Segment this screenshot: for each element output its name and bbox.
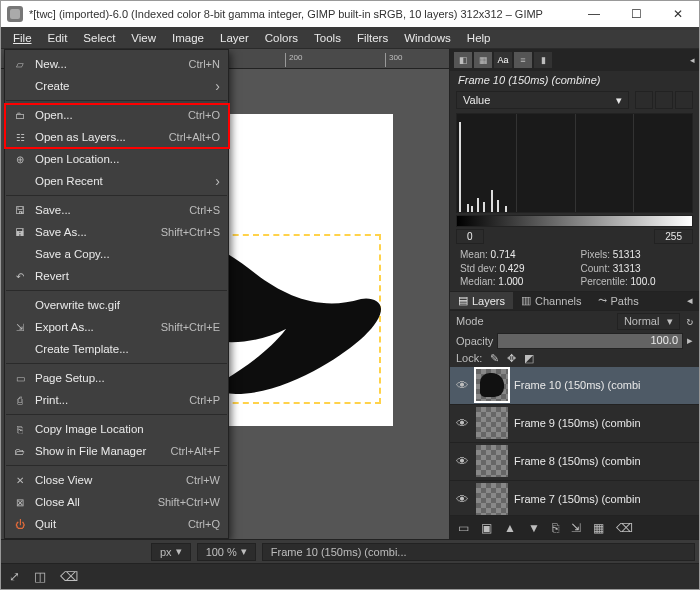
raise-layer-icon[interactable]: ▲ bbox=[504, 521, 516, 535]
main-area: 0100200300 ▱New...Ctrl+NCreate🗀Open...Ct… bbox=[1, 49, 699, 539]
merge-down-icon[interactable]: ⇲ bbox=[571, 521, 581, 535]
unit-select[interactable]: px ▾ bbox=[151, 543, 191, 561]
menu-item-show-in-file-manager[interactable]: 🗁Show in File ManagerCtrl+Alt+F bbox=[5, 440, 228, 462]
menu-image[interactable]: Image bbox=[164, 30, 212, 46]
menu-item-close-view[interactable]: ✕Close ViewCtrl+W bbox=[5, 469, 228, 491]
menu-item-label: Copy Image Location bbox=[35, 423, 220, 435]
canvas-area[interactable]: 0100200300 ▱New...Ctrl+NCreate🗀Open...Ct… bbox=[1, 49, 449, 539]
menu-item-label: Open... bbox=[35, 109, 188, 121]
menu-item-save-as[interactable]: 🖬Save As...Shift+Ctrl+S bbox=[5, 221, 228, 243]
opacity-slider[interactable]: 100.0 bbox=[497, 333, 683, 349]
opacity-stepper[interactable]: ▸ bbox=[687, 334, 693, 347]
menu-item-export-as[interactable]: ⇲Export As...Shift+Ctrl+E bbox=[5, 316, 228, 338]
visibility-icon[interactable]: 👁 bbox=[454, 454, 470, 469]
menu-filters[interactable]: Filters bbox=[349, 30, 396, 46]
layer-row[interactable]: 👁Frame 7 (150ms) (combin bbox=[450, 481, 699, 516]
layer-thumbnail bbox=[476, 407, 508, 439]
menu-tools[interactable]: Tools bbox=[306, 30, 349, 46]
mode-label: Mode bbox=[456, 315, 484, 327]
histogram-log-icon[interactable] bbox=[655, 91, 673, 109]
visibility-icon[interactable]: 👁 bbox=[454, 416, 470, 431]
menu-item-label: Close View bbox=[35, 474, 186, 486]
menu-item-label: Open Recent bbox=[35, 175, 220, 187]
mode-select[interactable]: Normal▾ bbox=[617, 313, 680, 330]
menu-item-print[interactable]: ⎙Print...Ctrl+P bbox=[5, 389, 228, 411]
histogram-range-min[interactable]: 0 bbox=[456, 229, 484, 244]
tab-paths[interactable]: ⤳ Paths bbox=[590, 292, 647, 309]
menu-item-new[interactable]: ▱New...Ctrl+N bbox=[5, 53, 228, 75]
menu-item-create-template[interactable]: Create Template... bbox=[5, 338, 228, 360]
iconify-icon[interactable]: ⤢ bbox=[9, 569, 20, 584]
minimize-button[interactable]: — bbox=[573, 1, 615, 27]
new-icon: ▱ bbox=[11, 56, 29, 72]
menu-item-save[interactable]: 🖫Save...Ctrl+S bbox=[5, 199, 228, 221]
lock-position-icon[interactable]: ✥ bbox=[507, 352, 516, 365]
mode-switch-icon[interactable]: ↻ bbox=[686, 315, 693, 328]
layer-row[interactable]: 👁Frame 9 (150ms) (combin bbox=[450, 405, 699, 443]
menu-item-revert[interactable]: ↶Revert bbox=[5, 265, 228, 287]
delete-display-icon[interactable]: ⌫ bbox=[60, 569, 78, 584]
histogram-tab-icon[interactable]: ▮ bbox=[534, 52, 552, 68]
menu-item-overwrite-twc-gif[interactable]: Overwrite twc.gif bbox=[5, 294, 228, 316]
layer-group-icon[interactable]: ▣ bbox=[481, 521, 492, 535]
histogram-range-max[interactable]: 255 bbox=[654, 229, 693, 244]
lock-pixels-icon[interactable]: ✎ bbox=[490, 352, 499, 365]
new-display-icon[interactable]: ◫ bbox=[34, 569, 46, 584]
gimp-window: *[twc] (imported)-6.0 (Indexed color 8-b… bbox=[0, 0, 700, 590]
new-layer-icon[interactable]: ▭ bbox=[458, 521, 469, 535]
pattern-tab-icon[interactable]: ▦ bbox=[474, 52, 492, 68]
menu-item-accel: Ctrl+W bbox=[186, 474, 220, 486]
tab-channels[interactable]: ▥ Channels bbox=[513, 292, 589, 309]
layers-dock-menu-icon[interactable]: ◂ bbox=[687, 294, 699, 307]
menu-select[interactable]: Select bbox=[75, 30, 123, 46]
window-title: *[twc] (imported)-6.0 (Indexed color 8-b… bbox=[29, 8, 543, 20]
menu-item-open-location[interactable]: ⊕Open Location... bbox=[5, 148, 228, 170]
lock-label: Lock: bbox=[456, 352, 482, 364]
lock-alpha-icon[interactable]: ◩ bbox=[524, 352, 534, 365]
duplicate-layer-icon[interactable]: ⎘ bbox=[552, 521, 559, 535]
menu-edit[interactable]: Edit bbox=[40, 30, 76, 46]
lower-layer-icon[interactable]: ▼ bbox=[528, 521, 540, 535]
opacity-label: Opacity bbox=[456, 335, 493, 347]
zoom-select[interactable]: 100 % ▾ bbox=[197, 543, 256, 561]
dock-menu-icon[interactable]: ◂ bbox=[690, 55, 695, 65]
mask-icon[interactable]: ▦ bbox=[593, 521, 604, 535]
close-window-button[interactable]: ✕ bbox=[657, 1, 699, 27]
menu-help[interactable]: Help bbox=[459, 30, 499, 46]
font-tab-icon[interactable]: Aa bbox=[494, 52, 512, 68]
histogram-stats: Mean: 0.714 Pixels: 51313 Std dev: 0.429… bbox=[450, 246, 699, 291]
menu-item-quit[interactable]: ⏻QuitCtrl+Q bbox=[5, 513, 228, 535]
tab-layers[interactable]: ▤ Layers bbox=[450, 292, 513, 309]
menu-item-label: Save a Copy... bbox=[35, 248, 220, 260]
brush-tab-icon[interactable]: ◧ bbox=[454, 52, 472, 68]
histogram-perceptual-icon[interactable] bbox=[675, 91, 693, 109]
delete-layer-icon[interactable]: ⌫ bbox=[616, 521, 633, 535]
menu-view[interactable]: View bbox=[123, 30, 164, 46]
history-tab-icon[interactable]: ≡ bbox=[514, 52, 532, 68]
menu-item-page-setup[interactable]: ▭Page Setup... bbox=[5, 367, 228, 389]
layer-row[interactable]: 👁Frame 8 (150ms) (combin bbox=[450, 443, 699, 481]
menu-colors[interactable]: Colors bbox=[257, 30, 306, 46]
menu-item-open-as-layers[interactable]: ☷Open as Layers...Ctrl+Alt+O bbox=[5, 126, 228, 148]
menu-item-accel: Ctrl+P bbox=[189, 394, 220, 406]
layer-list: 👁Frame 10 (150ms) (combi👁Frame 9 (150ms)… bbox=[450, 367, 699, 516]
menu-item-create[interactable]: Create bbox=[5, 75, 228, 97]
histogram-channel-select[interactable]: Value▾ bbox=[456, 91, 629, 109]
histogram-linear-icon[interactable] bbox=[635, 91, 653, 109]
visibility-icon[interactable]: 👁 bbox=[454, 492, 470, 507]
menu-item-close-all[interactable]: ⊠Close AllShift+Ctrl+W bbox=[5, 491, 228, 513]
menu-item-save-a-copy[interactable]: Save a Copy... bbox=[5, 243, 228, 265]
menu-item-open[interactable]: 🗀Open...Ctrl+O bbox=[5, 104, 228, 126]
maximize-button[interactable]: ☐ bbox=[615, 1, 657, 27]
blank-icon bbox=[11, 297, 29, 313]
menu-layer[interactable]: Layer bbox=[212, 30, 257, 46]
menu-item-label: Open Location... bbox=[35, 153, 220, 165]
menu-item-open-recent[interactable]: Open Recent bbox=[5, 170, 228, 192]
export-icon: ⇲ bbox=[11, 319, 29, 335]
layer-row[interactable]: 👁Frame 10 (150ms) (combi bbox=[450, 367, 699, 405]
menu-item-label: Show in File Manager bbox=[35, 445, 170, 457]
menu-item-copy-image-location[interactable]: ⎘Copy Image Location bbox=[5, 418, 228, 440]
visibility-icon[interactable]: 👁 bbox=[454, 378, 470, 393]
menu-windows[interactable]: Windows bbox=[396, 30, 459, 46]
menu-file[interactable]: File bbox=[5, 30, 40, 46]
